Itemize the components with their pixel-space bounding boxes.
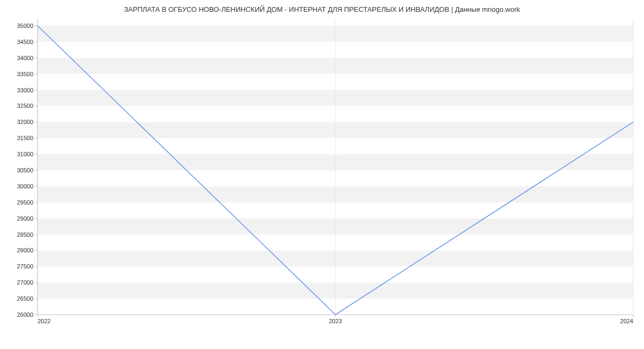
y-tick-label: 27000 [17, 279, 33, 286]
y-tick-label: 32000 [17, 119, 33, 125]
y-tick-label: 35000 [17, 23, 33, 29]
y-tick-label: 28000 [17, 247, 33, 253]
y-tick-label: 29000 [17, 215, 33, 222]
y-tick-label: 30000 [17, 183, 33, 190]
x-tick-label: 2022 [38, 318, 50, 324]
y-tick-label: 34500 [17, 39, 33, 45]
y-tick-label: 31000 [17, 151, 33, 157]
chart-title: ЗАРПЛАТА В ОГБУСО НОВО-ЛЕНИНСКИЙ ДОМ - И… [0, 5, 644, 13]
y-tick-label: 26000 [17, 311, 33, 318]
y-tick-label: 30500 [17, 167, 33, 173]
y-tick-label: 27500 [17, 263, 33, 270]
y-tick-label: 32500 [17, 103, 33, 109]
plot-area: 2600026500270002750028000285002900029500… [38, 19, 633, 325]
chart-container: ЗАРПЛАТА В ОГБУСО НОВО-ЛЕНИНСКИЙ ДОМ - И… [0, 0, 644, 349]
y-tick-label: 29500 [17, 199, 33, 206]
y-tick-label: 33000 [17, 87, 33, 93]
x-tick-label: 2023 [329, 318, 342, 324]
y-tick-label: 34000 [17, 55, 33, 61]
chart-svg: 2600026500270002750028000285002900029500… [38, 19, 633, 325]
y-tick-label: 28500 [17, 231, 33, 238]
y-tick-label: 26500 [17, 295, 33, 302]
y-tick-label: 31500 [17, 135, 33, 141]
y-tick-label: 33500 [17, 71, 33, 77]
x-tick-label: 2024 [620, 318, 633, 324]
